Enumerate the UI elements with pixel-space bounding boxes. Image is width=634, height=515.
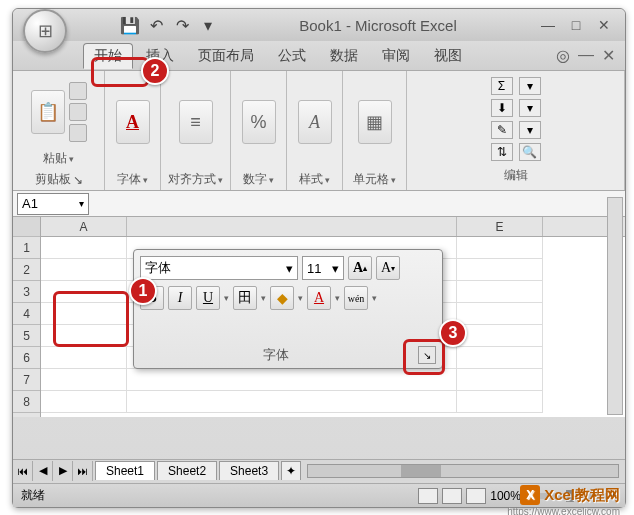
annotation-box-1 bbox=[53, 291, 129, 347]
page-break-view-icon[interactable] bbox=[466, 488, 486, 504]
border-button[interactable]: 田 bbox=[233, 286, 257, 310]
alignment-button[interactable]: ≡ bbox=[179, 100, 213, 144]
select-all-corner[interactable] bbox=[13, 217, 40, 237]
font-label: 字体 bbox=[117, 171, 141, 188]
ribbon-minimize-icon[interactable]: — bbox=[578, 46, 594, 65]
group-alignment: ≡ 对齐方式▾ bbox=[161, 71, 231, 190]
first-sheet-icon[interactable]: ⏮ bbox=[13, 461, 33, 481]
copy-icon[interactable] bbox=[69, 103, 87, 121]
number-label: 数字 bbox=[243, 171, 267, 188]
quick-access-toolbar: 💾 ↶ ↷ ▾ bbox=[121, 16, 217, 34]
app-window: ⊞ 💾 ↶ ↷ ▾ Book1 - Microsoft Excel — □ ✕ … bbox=[12, 8, 626, 508]
find-icon[interactable]: 🔍 bbox=[519, 143, 541, 161]
formula-bar-row: A1 ▾ bbox=[13, 191, 625, 217]
tab-review[interactable]: 审阅 bbox=[371, 43, 421, 69]
help-icon[interactable]: ◎ bbox=[556, 46, 570, 65]
underline-button[interactable]: U bbox=[196, 286, 220, 310]
row-header[interactable]: 5 bbox=[13, 325, 40, 347]
name-box-value: A1 bbox=[22, 196, 38, 211]
office-button[interactable]: ⊞ bbox=[23, 9, 67, 53]
autosum-drop-icon[interactable]: ▾ bbox=[519, 77, 541, 95]
editing-label: 编辑 bbox=[413, 165, 618, 186]
row-header[interactable]: 8 bbox=[13, 391, 40, 413]
new-sheet-button[interactable]: ✦ bbox=[281, 461, 301, 480]
mini-toolbar-label: 字体 bbox=[134, 346, 418, 364]
phonetic-button[interactable]: wén bbox=[344, 286, 368, 310]
row-header[interactable]: 3 bbox=[13, 281, 40, 303]
sheet-tab-3[interactable]: Sheet3 bbox=[219, 461, 279, 480]
cells-button[interactable]: ▦ bbox=[358, 100, 392, 144]
font-name-combo[interactable]: 字体▾ bbox=[140, 256, 298, 280]
tab-view[interactable]: 视图 bbox=[423, 43, 473, 69]
ribbon-close-icon[interactable]: ✕ bbox=[602, 46, 615, 65]
group-editing: Σ▾ ⬇▾ ✎▾ ⇅🔍 编辑 bbox=[407, 71, 625, 190]
last-sheet-icon[interactable]: ⏭ bbox=[73, 461, 93, 481]
clipboard-label: 剪贴板 bbox=[35, 171, 71, 188]
paste-label: 粘贴 bbox=[43, 150, 67, 167]
tab-formulas[interactable]: 公式 bbox=[267, 43, 317, 69]
row-headers: 1 2 3 4 5 6 7 8 bbox=[13, 217, 41, 417]
redo-icon[interactable]: ↷ bbox=[173, 16, 191, 34]
font-color-button[interactable]: A bbox=[307, 286, 331, 310]
zoom-level[interactable]: 100% bbox=[490, 489, 521, 503]
annotation-box-3 bbox=[403, 339, 445, 375]
row-header[interactable]: 4 bbox=[13, 303, 40, 325]
autosum-icon[interactable]: Σ bbox=[491, 77, 513, 95]
annotation-badge-3: 3 bbox=[439, 319, 467, 347]
fill-color-button[interactable]: ◆ bbox=[270, 286, 294, 310]
annotation-badge-1: 1 bbox=[129, 277, 157, 305]
fill-icon[interactable]: ⬇ bbox=[491, 99, 513, 117]
chevron-down-icon[interactable]: ▾ bbox=[69, 154, 74, 164]
alignment-label: 对齐方式 bbox=[168, 171, 216, 188]
row-header[interactable]: 6 bbox=[13, 347, 40, 369]
cells-label: 单元格 bbox=[353, 171, 389, 188]
italic-button[interactable]: I bbox=[168, 286, 192, 310]
annotation-badge-2: 2 bbox=[141, 57, 169, 85]
next-sheet-icon[interactable]: ▶ bbox=[53, 461, 73, 481]
tab-layout[interactable]: 页面布局 bbox=[187, 43, 265, 69]
styles-label: 样式 bbox=[299, 171, 323, 188]
name-box[interactable]: A1 ▾ bbox=[17, 193, 89, 215]
tab-data[interactable]: 数据 bbox=[319, 43, 369, 69]
grow-font-button[interactable]: A▴ bbox=[348, 256, 372, 280]
horizontal-scrollbar[interactable] bbox=[307, 464, 619, 478]
group-font: A 字体▾ bbox=[105, 71, 161, 190]
clear-icon[interactable]: ✎ bbox=[491, 121, 513, 139]
format-painter-icon[interactable] bbox=[69, 124, 87, 142]
normal-view-icon[interactable] bbox=[418, 488, 438, 504]
paste-button[interactable]: 📋 bbox=[31, 90, 65, 134]
row-header[interactable]: 2 bbox=[13, 259, 40, 281]
chevron-down-icon[interactable]: ▾ bbox=[79, 198, 84, 209]
ribbon: 📋 粘贴▾ 剪贴板 ↘ A 字体▾ ≡ 对齐方式▾ % 数字▾ A 样式▾ bbox=[13, 71, 625, 191]
col-header[interactable]: A bbox=[41, 217, 127, 236]
fill-drop-icon[interactable]: ▾ bbox=[519, 99, 541, 117]
page-layout-view-icon[interactable] bbox=[442, 488, 462, 504]
clipboard-launcher-icon[interactable]: ↘ bbox=[73, 173, 83, 187]
sheet-tab-2[interactable]: Sheet2 bbox=[157, 461, 217, 480]
prev-sheet-icon[interactable]: ◀ bbox=[33, 461, 53, 481]
col-header-hidden bbox=[127, 217, 457, 236]
watermark-icon: X bbox=[520, 485, 540, 505]
styles-button[interactable]: A bbox=[298, 100, 332, 144]
sheet-tab-bar: ⏮ ◀ ▶ ⏭ Sheet1 Sheet2 Sheet3 ✦ bbox=[13, 459, 625, 481]
font-size-combo[interactable]: 11▾ bbox=[302, 256, 344, 280]
vertical-scrollbar[interactable] bbox=[607, 197, 623, 415]
clear-drop-icon[interactable]: ▾ bbox=[519, 121, 541, 139]
col-header[interactable]: E bbox=[457, 217, 543, 236]
font-group-button[interactable]: A bbox=[116, 100, 150, 144]
row-header[interactable]: 7 bbox=[13, 369, 40, 391]
minimize-button[interactable]: — bbox=[539, 16, 557, 34]
sheet-tab-1[interactable]: Sheet1 bbox=[95, 461, 155, 480]
row-header[interactable]: 1 bbox=[13, 237, 40, 259]
close-button[interactable]: ✕ bbox=[595, 16, 613, 34]
save-icon[interactable]: 💾 bbox=[121, 16, 139, 34]
sort-icon[interactable]: ⇅ bbox=[491, 143, 513, 161]
undo-icon[interactable]: ↶ bbox=[147, 16, 165, 34]
shrink-font-button[interactable]: A▾ bbox=[376, 256, 400, 280]
group-cells: ▦ 单元格▾ bbox=[343, 71, 407, 190]
number-button[interactable]: % bbox=[242, 100, 276, 144]
cut-icon[interactable] bbox=[69, 82, 87, 100]
maximize-button[interactable]: □ bbox=[567, 16, 585, 34]
group-number: % 数字▾ bbox=[231, 71, 287, 190]
qat-more-icon[interactable]: ▾ bbox=[199, 16, 217, 34]
